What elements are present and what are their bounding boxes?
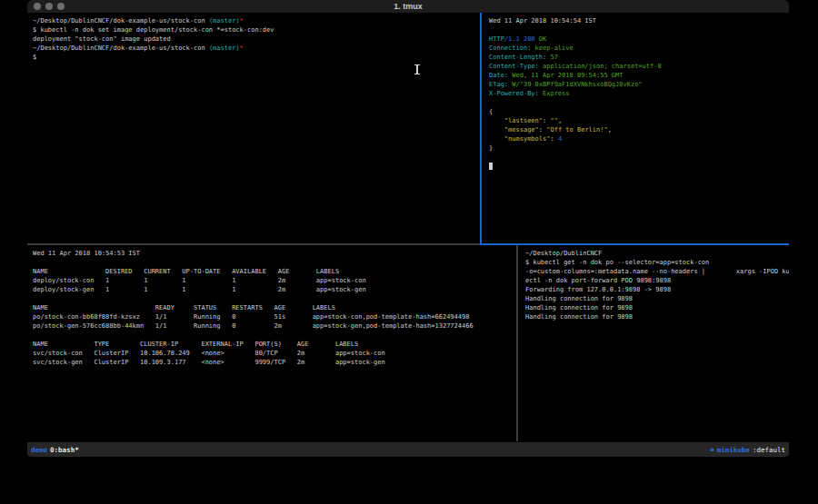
window-title: 1. tmux [27,0,789,13]
terminal-line: NAME READY STATUS RESTARTS AGE LABELS [33,303,514,312]
terminal-line: po/stock-gen-576cc688bb-44kmn 1/1 Runnin… [33,321,514,331]
terminal-line: $ kubectl -n dok set image deployment/st… [33,25,480,35]
terminal-line: Handling connection for 9898 [525,303,789,312]
terminal-line: NAME DESIRED CURRENT UP-TO-DATE AVAILABL… [33,267,514,276]
terminal-line [33,331,514,340]
kube-namespace: :default [753,446,785,454]
terminal-line: ~/Desktop/DublinCNCF/dok-example-us/stoc… [33,44,480,53]
terminal-line: $ [33,53,480,62]
kube-context: minikube [717,446,750,454]
terminal-line: HTTP/1.1 200 OK [489,35,789,44]
terminal-line: Forwarding from 127.0.0.1:9898 -> 9898 [525,285,789,294]
pane-port-forward[interactable]: ~/Desktop/DublinCNCF$ kubectl get -n dok… [520,245,789,441]
terminal-line [489,98,789,107]
terminal-line: NAME TYPE CLUSTER-IP EXTERNAL-IP PORT(S)… [33,340,514,349]
window-titlebar: 1. tmux [27,0,789,13]
terminal-line: Handling connection for 9898 [525,312,789,321]
terminal-line: Content-Length: 57 [489,53,789,62]
terminal-line: ~/Desktop/DublinCNCF/dok-example-us/stoc… [33,16,480,25]
pane-http-response[interactable]: Wed 11 Apr 2018 10:54:54 ISTHTTP/1.1 200… [484,13,789,243]
tmux-status-bar: demo 0:bash* ☸ minikube :default [27,442,789,457]
terminal-line: deployment "stock-con" image updated [33,35,480,44]
terminal-line: svc/stock-con ClusterIP 10.106.78.249 <n… [33,349,514,358]
terminal-line [33,258,514,267]
terminal-line: deploy/stock-gen 1 1 1 1 2m app=stock-ge… [33,285,514,294]
terminal-line [489,162,789,171]
terminal-line: $ kubectl get -n dok po --selector=app=s… [525,258,789,267]
terminal-line: ETag: W/"39-0xBPf9aF1dXVNkhsxoBQgJ8vKzo" [489,80,789,89]
terminal-line: ~/Desktop/DublinCNCF [525,249,789,258]
terminal-line: Wed 11 Apr 2018 10:54:53 IST [33,249,514,258]
terminal-line: po/stock-con-bb68f88fd-kzsxz 1/1 Running… [33,312,514,321]
terminal-line: ectl -n dok port-forward POD 9898:9898 [525,276,789,285]
terminal-line: "message": "Off to Berlin!", [489,125,789,134]
terminal-line: Connection: keep-alive [489,44,789,53]
terminal-line: "numsymbols": 4 [489,134,789,143]
terminal-line: -o=custom-columns=:metadata.name --no-he… [525,267,789,276]
ibeam-cursor-icon [414,64,420,74]
kubernetes-icon: ☸ [710,446,714,454]
terminal-line: Wed 11 Apr 2018 10:54:54 IST [489,16,789,25]
terminal-line: deploy/stock-con 1 1 1 1 2m app=stock-co… [33,276,514,285]
pane-divider-vertical-top[interactable] [480,13,482,245]
terminal-line: Handling connection for 9898 [525,294,789,303]
terminal-line: Date: Wed, 11 Apr 2018 09:54:55 GMT [489,71,789,80]
terminal-line: Content-Type: application/json; charset=… [489,62,789,71]
terminal-line: } [489,143,789,153]
terminal-line: svc/stock-gen ClusterIP 10.109.3.177 <no… [33,358,514,367]
pane-kubectl-watch[interactable]: Wed 11 Apr 2018 10:54:53 ISTNAME DESIRED… [27,245,514,441]
terminal-line: "lastseen": "", [489,116,789,125]
terminal-line: X-Powered-By: Express [489,89,789,98]
terminal-window: 1. tmux ~/Desktop/DublinCNCF/dok-example… [27,0,789,457]
tmux-window-tab[interactable]: 0:bash* [50,446,79,454]
terminal-line [33,294,514,303]
terminal-line [489,25,789,35]
pane-kubectl-set-image[interactable]: ~/Desktop/DublinCNCF/dok-example-us/stoc… [27,13,480,243]
tmux-session-name: demo [31,446,47,454]
tmux-content: ~/Desktop/DublinCNCF/dok-example-us/stoc… [27,13,789,442]
pane-divider-vertical-bottom[interactable] [516,245,518,441]
terminal-line: { [489,107,789,116]
terminal-line [489,153,789,162]
